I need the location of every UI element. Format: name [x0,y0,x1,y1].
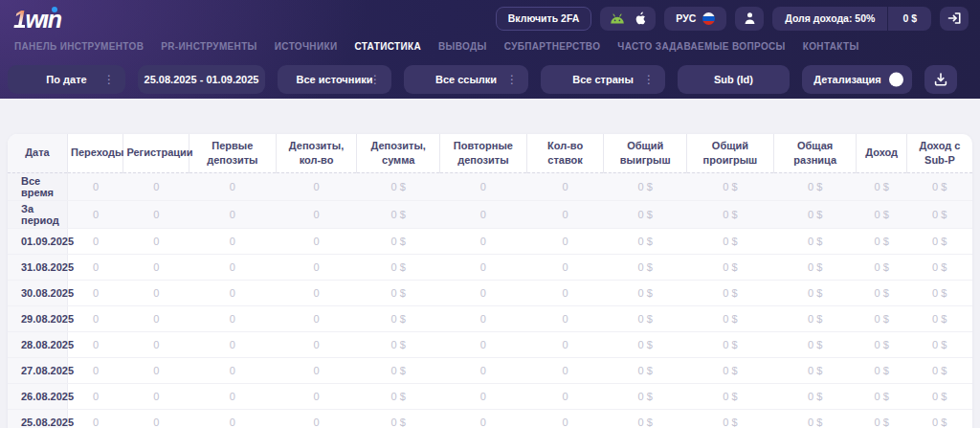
mobile-apps-pill[interactable] [600,7,656,31]
table-cell: 0 [189,172,276,200]
table-cell: 0 $ [687,331,774,357]
table-cell: 0 [67,305,122,331]
table-cell: 0 [526,200,604,228]
table-header-row: ДатаПереходыРегистрацииПервые депозитыДе… [8,134,972,172]
logout-icon [947,11,962,25]
table-cell: 0 [276,172,357,200]
table-row-label: 31.08.2025 [8,254,67,280]
table-cell: 0 $ [687,383,774,409]
column-header: Доход [857,134,906,172]
table-cell: 0 $ [604,305,687,331]
filter-links-label: Все ссылки [435,74,497,85]
main-nav: Панель инструментовPR-инструментыИсточни… [0,36,980,56]
table-cell: 0 $ [906,409,972,428]
profile-button[interactable] [735,7,764,31]
table-cell: 0 $ [773,383,857,409]
column-header: Первые депозиты [189,134,276,172]
table-row: 31.08.202500000 $000 $0 $0 $0 $0 $ [8,254,972,280]
kebab-icon: ⋮ [103,73,115,86]
filter-date-range[interactable]: 25.08.2025 - 01.09.2025 [138,65,265,94]
table-body: Все время00000 $000 $0 $0 $0 $0 $За пери… [8,172,972,428]
table-cell: 0 $ [773,305,857,331]
table-row: 27.08.202500000 $000 $0 $0 $0 $0 $ [8,357,972,383]
nav-item-8[interactable]: Контакты [803,41,859,52]
income-share-pill: Доля дохода: 50% 0 $ [772,7,931,31]
table-cell: 0 [123,383,189,409]
nav-item-4[interactable]: Статистика [354,41,421,52]
table-row: Все время00000 $000 $0 $0 $0 $0 $ [8,172,972,200]
table-cell: 0 [526,357,604,383]
table-cell: 0 $ [906,331,972,357]
table-cell: 0 [67,357,122,383]
table-cell: 0 [189,383,276,409]
user-icon [744,11,756,25]
table-cell: 0 [440,280,527,305]
table-cell: 0 [123,409,189,428]
table-row-label: Все время [8,172,67,200]
table-cell: 0 $ [906,172,972,200]
kebab-icon: ⋮ [369,73,381,86]
nav-item-6[interactable]: Субпартнерство [504,41,601,52]
table-cell: 0 $ [857,383,906,409]
android-icon[interactable] [610,13,625,24]
table-cell: 0 $ [773,200,857,228]
table-cell: 0 [440,331,527,357]
toggle-knob[interactable] [889,73,903,87]
table-cell: 0 [440,228,527,254]
table-cell: 0 [526,172,604,200]
table-cell: 0 $ [687,357,774,383]
nav-item-7[interactable]: Часто задаваемые вопросы [617,41,785,52]
table-cell: 0 $ [906,305,972,331]
nav-item-2[interactable]: PR-инструменты [161,41,257,52]
nav-item-1[interactable]: Панель инструментов [14,41,144,52]
filter-sources[interactable]: Все источники ⋮ [278,65,391,94]
table-row-label: 30.08.2025 [8,280,67,305]
table-cell: 0 [276,305,357,331]
language-label: РУС [676,12,696,24]
table-cell: 0 [526,228,604,254]
table-cell: 0 [123,172,189,200]
table-cell: 0 [123,305,189,331]
table-cell: 0 $ [357,409,440,428]
table-cell: 0 [276,254,357,280]
nav-item-3[interactable]: Источники [275,41,338,52]
column-header: Общая разница [773,134,857,172]
nav-item-5[interactable]: Выводы [438,41,487,52]
download-report-button[interactable] [924,65,957,94]
table-cell: 0 [440,357,527,383]
table-cell: 0 [276,357,357,383]
balance-value[interactable]: 0 $ [887,7,931,31]
table-cell: 0 [276,383,357,409]
table-cell: 0 [440,409,527,428]
brand-logo[interactable]: 1wın [13,6,61,32]
table-cell: 0 [67,200,122,228]
table-cell: 0 [67,254,122,280]
filter-links[interactable]: Все ссылки ⋮ [404,65,528,94]
brand-logo-dot-icon [52,7,57,12]
table-cell: 0 [276,228,357,254]
column-header: Депозиты, сумма [357,134,440,172]
table-cell: 0 [189,331,276,357]
table-cell: 0 [123,228,189,254]
filter-countries[interactable]: Все страны ⋮ [541,65,665,94]
kebab-icon: ⋮ [643,73,655,86]
table-row: За период00000 $000 $0 $0 $0 $0 $ [8,200,972,228]
sub-id-input[interactable]: Sub (Id) [678,65,790,94]
table-cell: 0 $ [906,383,972,409]
table-cell: 0 $ [857,357,906,383]
logout-button[interactable] [940,7,969,31]
table-cell: 0 [526,305,604,331]
language-selector[interactable]: РУС [664,7,726,31]
filter-by-date-label: По дате [46,74,86,85]
detailing-label: Детализация [813,74,881,85]
detailing-toggle[interactable]: Детализация [802,65,912,94]
page-content: ДатаПереходыРегистрацииПервые депозитыДе… [0,99,980,428]
table-cell: 0 [526,409,604,428]
column-header: Регистрации [123,134,189,172]
enable-2fa-button[interactable]: Включить 2FA [496,7,592,31]
apple-icon[interactable] [634,11,646,26]
table-cell: 0 $ [857,228,906,254]
table-cell: 0 $ [357,172,440,200]
brand-logo-one: 1 [13,6,25,33]
filter-by-date[interactable]: По дате ⋮ [8,65,125,94]
